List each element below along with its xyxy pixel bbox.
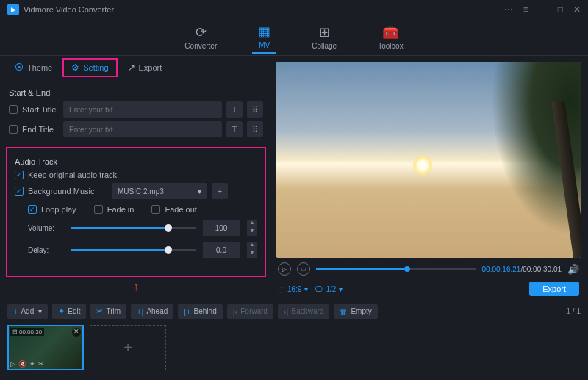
volume-down-button[interactable]: ▼ [247,228,257,236]
theme-icon: ⦿ [15,62,24,73]
trim-button[interactable]: ✂Trim [90,304,126,319]
nav-collage[interactable]: ⊞Collage [306,21,343,53]
app-title: Vidmore Video Converter [24,5,114,14]
clip-remove-button[interactable]: ✕ [72,328,81,337]
clip-play-icon[interactable]: ▷ [10,360,15,368]
add-clip-button[interactable]: + [90,325,166,370]
delay-slider[interactable] [71,249,196,251]
loop-checkbox[interactable] [28,205,37,214]
chevron-down-icon: ▾ [304,285,308,293]
bgm-checkbox[interactable] [15,187,24,196]
bgm-add-button[interactable]: + [212,183,228,199]
maximize-icon[interactable]: □ [558,4,563,15]
delay-value[interactable]: 0.0 [203,242,240,258]
menu-icon[interactable]: ≡ [523,4,528,15]
nav-toolbox[interactable]: 🧰Toolbox [372,21,409,53]
aspect-icon: ⬚ [278,285,284,293]
converter-icon: ⟳ [196,24,207,40]
close-icon[interactable]: ✕ [573,4,581,15]
clip-mute-icon[interactable]: 🔇 [18,360,26,368]
start-text-style-button[interactable]: T [226,101,243,118]
chevron-down-icon: ▾ [198,187,201,196]
tab-setting[interactable]: ⚙Setting [62,58,117,77]
play-button[interactable]: ▷ [278,262,291,276]
page-indicator: 1 / 1 [567,307,581,315]
chevron-down-icon: ▾ [339,285,343,293]
start-title-label: Start Title [22,105,59,114]
clip-thumbnail[interactable]: ⊞00:00:30 ✕ ▷ 🔇 ✦ ✂ [7,325,84,370]
end-text-style-button[interactable]: T [226,121,243,137]
feedback-icon[interactable]: ⋯ [504,4,513,15]
behind-icon: |+ [184,307,190,316]
bgm-select[interactable]: MUSIC 2.mp3▾ [112,183,207,199]
clip-trim-icon[interactable]: ✂ [38,360,44,368]
start-end-header: Start & End [9,88,263,97]
delay-up-button[interactable]: ▲ [247,242,257,250]
monitor-icon: 🖵 [315,285,323,293]
add-button[interactable]: +Add▾ [7,304,48,319]
mv-icon: ▦ [258,24,270,40]
tab-theme[interactable]: ⦿Theme [7,60,60,76]
forward-button[interactable]: |‹Forward [227,304,273,319]
start-title-checkbox[interactable] [9,105,18,114]
plus-icon: + [13,307,18,316]
clip-duration: ⊞00:00:30 [10,328,44,336]
volume-slider[interactable] [71,227,196,229]
fadein-checkbox[interactable] [94,205,103,214]
forward-icon: |‹ [233,307,238,316]
progress-slider[interactable] [316,268,476,270]
ahead-button[interactable]: +|Ahead [131,304,173,319]
delay-down-button[interactable]: ▼ [247,250,257,258]
collage-icon: ⊞ [319,24,330,40]
empty-button[interactable]: 🗑Empty [334,304,377,319]
video-preview [276,62,581,258]
keep-audio-checkbox[interactable] [15,171,24,179]
time-display: 00:00:16.21/00:00:30.01 [482,265,562,273]
backward-icon: ›| [284,307,289,316]
start-text-options-button[interactable]: ⠿ [247,101,263,118]
export-icon: ↗ [128,62,135,73]
volume-icon[interactable]: 🔊 [567,264,579,275]
filmstrip-icon: ⊞ [12,329,18,335]
tab-export[interactable]: ↗Export [121,60,170,76]
edit-button[interactable]: ✦Edit [52,304,86,319]
nav-mv[interactable]: ▦MV [252,21,276,54]
gear-icon: ⚙ [71,62,79,73]
scale-select[interactable]: 🖵1/2▾ [315,285,343,293]
wand-icon: ✦ [58,306,65,316]
end-title-label: End Title [22,125,59,134]
fadeout-checkbox[interactable] [151,205,160,214]
trash-icon: 🗑 [340,307,348,316]
bgm-label: Background Music [28,187,107,196]
end-title-checkbox[interactable] [9,125,18,134]
scissors-icon: ✂ [96,306,103,316]
toolbox-icon: 🧰 [382,24,398,40]
highlight-arrow-icon: ↑ [0,280,272,293]
delay-label: Delay: [28,246,63,254]
behind-button[interactable]: |+Behind [178,304,222,319]
chevron-down-icon: ▾ [38,307,42,315]
audio-track-header: Audio Track [15,157,257,166]
ahead-icon: +| [137,307,143,316]
volume-value[interactable]: 100 [203,220,240,236]
minimize-icon[interactable]: — [539,4,548,15]
keep-audio-label: Keep original audio track [28,171,117,179]
end-title-input[interactable] [63,121,222,137]
nav-converter[interactable]: ⟳Converter [179,21,223,53]
clip-edit-icon[interactable]: ✦ [29,360,35,368]
end-text-options-button[interactable]: ⠿ [247,121,263,137]
aspect-ratio-select[interactable]: ⬚16:9▾ [278,285,308,293]
volume-up-button[interactable]: ▲ [247,220,257,228]
volume-label: Volume: [28,224,63,232]
stop-button[interactable]: □ [297,262,310,276]
backward-button[interactable]: ›|Backward [278,304,329,319]
app-logo: ▶ [7,4,19,15]
start-title-input[interactable] [63,101,222,118]
export-button[interactable]: Export [529,282,579,296]
